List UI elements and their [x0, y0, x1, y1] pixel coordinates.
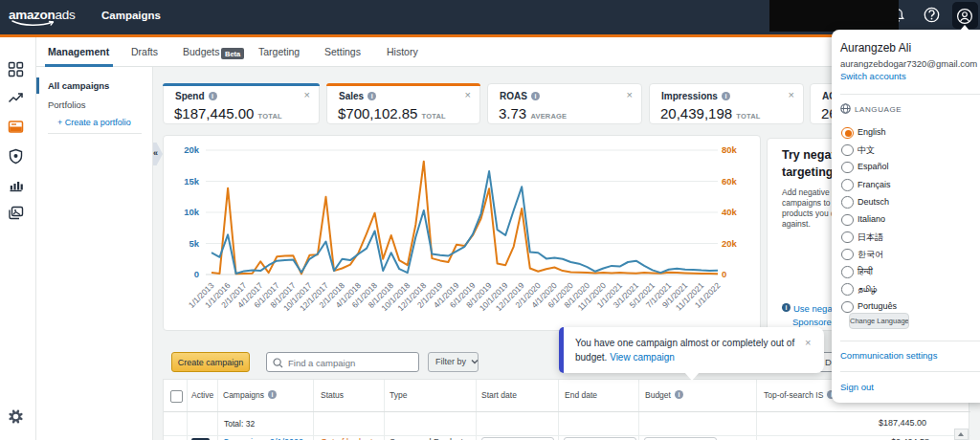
svg-text:80k: 80k — [722, 144, 738, 155]
svg-text:20k: 20k — [184, 144, 200, 155]
svg-text:40k: 40k — [722, 207, 738, 217]
svg-text:5k: 5k — [189, 238, 199, 249]
svg-text:0: 0 — [722, 269, 726, 279]
svg-text:0: 0 — [194, 269, 199, 279]
svg-text:20k: 20k — [722, 238, 738, 249]
svg-text:60k: 60k — [722, 176, 738, 187]
svg-text:10k: 10k — [184, 207, 200, 217]
svg-text:15k: 15k — [184, 176, 200, 187]
